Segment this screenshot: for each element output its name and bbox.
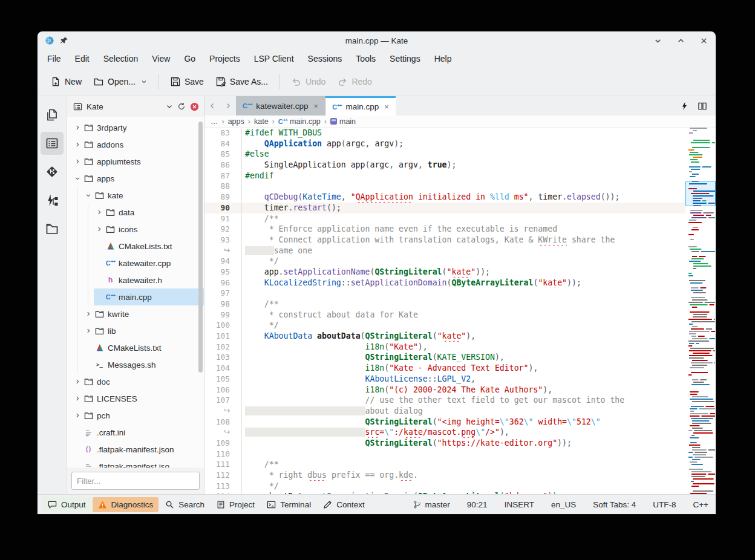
- code-line[interactable]: 93 * Connect application with translatio…: [204, 235, 685, 246]
- tree-item-katewaiter-h[interactable]: hkatewaiter.h: [67, 272, 204, 288]
- code-line[interactable]: 97: [204, 288, 685, 299]
- code-line[interactable]: 94 */: [204, 256, 685, 267]
- code-line[interactable]: 89 qCDebug(KateTime, "QApplication initi…: [204, 192, 685, 203]
- chevron-right-icon[interactable]: [72, 396, 82, 402]
- minimize-button[interactable]: [653, 36, 662, 45]
- project-filter-input[interactable]: [71, 472, 200, 490]
- code-line[interactable]: 87#endif: [204, 171, 685, 181]
- close-project-icon[interactable]: [190, 102, 199, 111]
- chevron-down-icon[interactable]: [141, 79, 147, 85]
- status-master[interactable]: master: [413, 500, 450, 509]
- code-line[interactable]: 103 QStringLiteral(KATE_VERSION),: [204, 352, 685, 363]
- code-line[interactable]: 91 /**: [204, 213, 685, 224]
- statusbar-diagnostics-button[interactable]: Diagnostics: [93, 497, 159, 512]
- menu-lsp-client[interactable]: LSP Client: [254, 54, 294, 63]
- tree-item-lib[interactable]: lib: [67, 322, 204, 339]
- code-line[interactable]: 113 */: [204, 481, 685, 492]
- chevron-right-icon[interactable]: [72, 158, 82, 164]
- tree-item-3rdparty[interactable]: 3rdparty: [67, 119, 204, 136]
- code-line[interactable]: 106 i18n("(c) 2000-2024 The Kate Authors…: [204, 385, 685, 396]
- open-button[interactable]: Open...: [88, 73, 153, 90]
- menu-selection[interactable]: Selection: [103, 54, 139, 63]
- code-line[interactable]: 83#ifdef WITH_DBUS: [204, 128, 685, 138]
- tree-item-data[interactable]: data: [67, 204, 204, 221]
- code-line[interactable]: 96 KLocalizedString::setApplicationDomai…: [204, 278, 685, 288]
- statusbar-context-button[interactable]: Context: [318, 497, 370, 512]
- close-button[interactable]: [699, 36, 708, 45]
- code-line[interactable]: ↪ about dialog: [204, 406, 685, 417]
- tab-main-cpp[interactable]: C++main.cpp×: [325, 96, 396, 116]
- code-line[interactable]: ↪ src=\":/kate/mascot.png\"/>"),: [204, 427, 685, 438]
- code-line[interactable]: 104 i18n("Kate - Advanced Text Editor"),: [204, 363, 685, 374]
- chevron-right-icon[interactable]: [94, 209, 104, 215]
- chevron-right-icon[interactable]: [72, 125, 82, 131]
- tree-item--flatpak-manifest-json[interactable]: ().flatpak-manifest.json: [67, 441, 204, 458]
- code-line[interactable]: 98 /**: [204, 299, 685, 310]
- code-line[interactable]: 99 * construct about data for Kate: [204, 310, 685, 321]
- tree-item-apps[interactable]: apps: [67, 170, 204, 187]
- code-line[interactable]: 102 i18n("Kate"),: [204, 342, 685, 353]
- sidebar-tool-filesystem[interactable]: [41, 217, 64, 240]
- tree-item-main-cpp[interactable]: C++main.cpp: [67, 288, 204, 305]
- tree-item--craft-ini[interactable]: .craft.ini: [67, 424, 204, 441]
- code-text[interactable]: 83#ifdef WITH_DBUS84 QApplication app(ar…: [204, 128, 685, 494]
- chevron-right-icon[interactable]: [83, 328, 93, 334]
- code-line[interactable]: 107 // use the other text field to get o…: [204, 395, 685, 406]
- tree-item-kwrite[interactable]: kwrite: [67, 305, 204, 322]
- status-90-21[interactable]: 90:21: [467, 500, 488, 509]
- tab-forward-button[interactable]: [220, 96, 236, 116]
- breadcrumb--[interactable]: …: [211, 117, 218, 126]
- breadcrumb-apps[interactable]: apps: [228, 117, 244, 126]
- tree-item-icons[interactable]: icons: [67, 221, 204, 238]
- breadcrumb-main-cpp[interactable]: C++main.cpp: [278, 117, 321, 126]
- chevron-down-icon[interactable]: [72, 175, 82, 181]
- tree-item-cmakelists-txt[interactable]: CMakeLists.txt: [67, 238, 204, 255]
- status-soft-tabs-4[interactable]: Soft Tabs: 4: [593, 500, 636, 509]
- status-insert[interactable]: INSERT: [505, 500, 534, 509]
- statusbar-project-button[interactable]: Project: [211, 497, 260, 512]
- breadcrumb-kate[interactable]: kate: [254, 117, 269, 126]
- save-button[interactable]: Save: [165, 73, 210, 90]
- sidebar-tool-symbols[interactable]: [41, 189, 64, 212]
- menu-tools[interactable]: Tools: [356, 54, 376, 63]
- code-line[interactable]: 100 */: [204, 320, 685, 331]
- sidebar-tool-project[interactable]: [41, 132, 64, 155]
- statusbar-search-button[interactable]: Search: [160, 497, 210, 512]
- tab-katewaiter-cpp[interactable]: C++katewaiter.cpp×: [236, 96, 325, 116]
- code-line[interactable]: 90 timer.restart();: [204, 203, 685, 213]
- split-view-icon[interactable]: [698, 102, 707, 111]
- menu-settings[interactable]: Settings: [390, 54, 420, 63]
- status-utf-8[interactable]: UTF-8: [653, 500, 676, 509]
- tree-item-addons[interactable]: addons: [67, 136, 204, 153]
- save-as-button[interactable]: Save As...: [210, 73, 274, 90]
- status-c-[interactable]: C++: [693, 500, 708, 509]
- new-button[interactable]: New: [45, 73, 88, 90]
- code-line[interactable]: 86 SingleApplication app(argc, argv, tru…: [204, 160, 685, 171]
- chevron-right-icon[interactable]: [94, 226, 104, 232]
- sidebar-tool-documents[interactable]: [41, 103, 64, 126]
- breadcrumb-main[interactable]: main: [330, 117, 356, 126]
- lightning-icon[interactable]: [681, 102, 688, 111]
- tree-item--flatpak-manifest-jso[interactable]: .flatpak-manifest.jso: [67, 458, 204, 467]
- tree-item-licenses[interactable]: LICENSES: [67, 390, 204, 407]
- menu-go[interactable]: Go: [184, 54, 195, 63]
- statusbar-output-button[interactable]: Output: [42, 497, 91, 512]
- code-line[interactable]: 112 * right dbus prefix == org.kde.: [204, 470, 685, 481]
- sidebar-tool-git[interactable]: [41, 160, 64, 183]
- menu-help[interactable]: Help: [434, 54, 452, 63]
- code-line[interactable]: 88: [204, 181, 685, 192]
- tree-item-katewaiter-cpp[interactable]: C++katewaiter.cpp: [67, 255, 204, 272]
- menu-projects[interactable]: Projects: [209, 54, 240, 63]
- menu-file[interactable]: File: [47, 54, 61, 63]
- close-tab-icon[interactable]: ×: [384, 102, 389, 111]
- tree-item-doc[interactable]: doc: [67, 373, 204, 390]
- code-line[interactable]: 109 QStringLiteral("https://kate-editor.…: [204, 438, 685, 449]
- menu-edit[interactable]: Edit: [75, 54, 90, 63]
- code-line[interactable]: 95 app.setApplicationName(QStringLiteral…: [204, 267, 685, 278]
- tree-item-messages-sh[interactable]: >_Messages.sh: [67, 356, 204, 373]
- titlebar[interactable]: main.cpp — Kate: [38, 31, 716, 50]
- tree-item-kate[interactable]: kate: [67, 187, 204, 204]
- code-line[interactable]: ↪ same one: [204, 246, 685, 256]
- code-line[interactable]: 84 QApplication app(argc, argv);: [204, 138, 685, 149]
- tree-item-cmakelists-txt[interactable]: CMakeLists.txt: [67, 339, 204, 356]
